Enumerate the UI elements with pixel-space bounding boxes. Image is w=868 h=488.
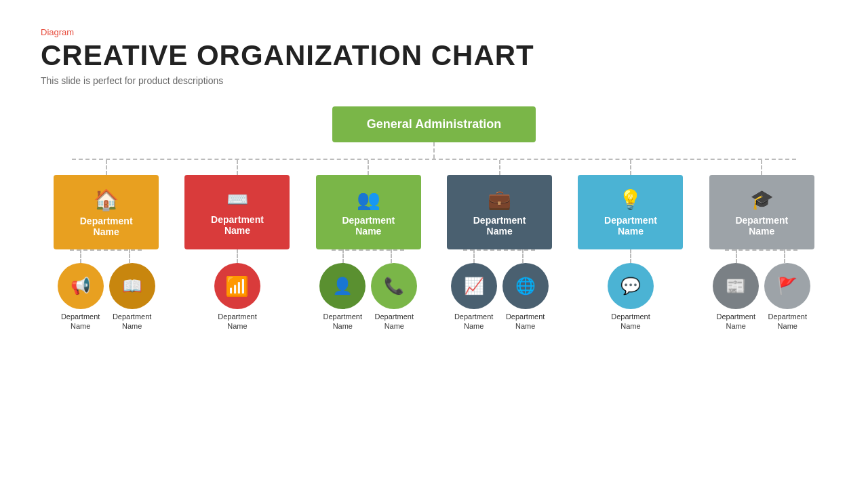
sub-item-4a: 📈 DepartmentName bbox=[451, 263, 497, 331]
sub-item-5: 💬 DepartmentName bbox=[608, 263, 654, 331]
dept-box-3: 👥 DepartmentName bbox=[316, 175, 421, 249]
sub-label-1b: DepartmentName bbox=[113, 312, 151, 331]
sub-label-2: DepartmentName bbox=[218, 312, 256, 331]
dept-box-5: 💡 DepartmentName bbox=[578, 175, 683, 249]
sub-circle-6a: 📰 bbox=[713, 263, 759, 309]
sub-item-4b: 🌐 DepartmentName bbox=[502, 263, 549, 331]
sub-circle-3b: 📞 bbox=[371, 263, 417, 309]
sub-label-4b: DepartmentName bbox=[506, 312, 545, 331]
sub-item-3a: 👤 DepartmentName bbox=[319, 263, 366, 331]
sub-pair-1: 📢 DepartmentName 📖 DepartmentName bbox=[58, 263, 155, 331]
dept-box-2: ⌨️ DepartmentName bbox=[184, 175, 290, 249]
dept-icon-5: 💡 bbox=[618, 188, 642, 211]
dept-box-6: 🎓 DepartmentName bbox=[709, 175, 814, 249]
sub-pair-3: 👤 DepartmentName 📞 DepartmentName bbox=[319, 263, 417, 331]
sub-item-1a: 📢 DepartmentName bbox=[58, 263, 104, 331]
sub-h-wrap-4 bbox=[434, 249, 565, 263]
dept-col-5: 💡 DepartmentName 💬 DepartmentName bbox=[565, 160, 696, 331]
sub-label-5: DepartmentName bbox=[611, 312, 650, 331]
dept-col-4: 💼 DepartmentName 📈 DepartmentName 🌐 D bbox=[434, 160, 565, 331]
dept-name-2: DepartmentName bbox=[211, 214, 264, 236]
v-conn-4 bbox=[499, 160, 500, 175]
sub-label-1a: DepartmentName bbox=[61, 312, 100, 331]
dept-icon-2: ⌨️ bbox=[226, 189, 248, 210]
sub-h-wrap-6 bbox=[696, 249, 827, 263]
top-node: General Administration bbox=[332, 106, 536, 142]
sub-circle-4a: 📈 bbox=[451, 263, 497, 309]
slide: Diagram CREATIVE ORGANIZATION CHART This… bbox=[0, 0, 868, 488]
top-connector bbox=[433, 142, 435, 159]
dept-col-6: 🎓 DepartmentName 📰 DepartmentName 🚩 D bbox=[696, 160, 827, 331]
sub-item-3b: 📞 DepartmentName bbox=[371, 263, 417, 331]
subtitle: This slide is perfect for product descri… bbox=[41, 75, 827, 86]
dept-box-1: 🏠 DepartmentName bbox=[54, 175, 159, 249]
sub-label-6a: DepartmentName bbox=[717, 312, 755, 331]
dept-icon-4: 💼 bbox=[488, 188, 511, 211]
v-conn-5 bbox=[630, 160, 631, 175]
sub-item-6a: 📰 DepartmentName bbox=[713, 263, 759, 331]
page-title: CREATIVE ORGANIZATION CHART bbox=[41, 40, 827, 71]
sub-v-5 bbox=[630, 249, 631, 263]
sub-h-wrap-3 bbox=[303, 249, 434, 263]
sub-circle-5: 💬 bbox=[608, 263, 654, 309]
dept-icon-6: 🎓 bbox=[750, 188, 774, 211]
v-conn-1 bbox=[106, 160, 107, 175]
sub-circle-3a: 👤 bbox=[319, 263, 366, 309]
sub-label-3b: DepartmentName bbox=[375, 312, 414, 331]
v-conn-3 bbox=[368, 160, 369, 175]
dept-col-1: 🏠 DepartmentName 📢 DepartmentName 📖 bbox=[41, 160, 172, 331]
sub-item-2: 📶 DepartmentName bbox=[214, 263, 260, 331]
dept-icon-3: 👥 bbox=[357, 188, 380, 211]
sub-item-6b: 🚩 DepartmentName bbox=[764, 263, 810, 331]
sub-label-3a: DepartmentName bbox=[323, 312, 362, 331]
dept-col-2: ⌨️ DepartmentName 📶 DepartmentName bbox=[172, 160, 302, 331]
sub-h-wrap-1 bbox=[41, 249, 172, 263]
dept-name-1: DepartmentName bbox=[80, 216, 133, 237]
horizontal-connector bbox=[72, 159, 795, 160]
dept-name-3: DepartmentName bbox=[342, 215, 395, 237]
sub-circle-1a: 📢 bbox=[58, 263, 104, 309]
sub-circle-2: 📶 bbox=[214, 263, 260, 309]
sub-circle-4b: 🌐 bbox=[502, 263, 549, 309]
dept-name-4: DepartmentName bbox=[473, 215, 526, 237]
sub-circle-1b: 📖 bbox=[109, 263, 155, 309]
org-chart: General Administration 🏠 DepartmentName bbox=[41, 106, 827, 331]
sub-pair-6: 📰 DepartmentName 🚩 DepartmentName bbox=[713, 263, 810, 331]
v-conn-6 bbox=[761, 160, 762, 175]
v-conn-2 bbox=[237, 160, 238, 175]
sub-label-6b: DepartmentName bbox=[768, 312, 807, 331]
dept-col-3: 👥 DepartmentName 👤 DepartmentName 📞 D bbox=[303, 160, 434, 331]
sub-circle-6b: 🚩 bbox=[764, 263, 810, 309]
sub-v-2 bbox=[237, 249, 238, 263]
diagram-label: Diagram bbox=[41, 27, 827, 37]
dept-name-5: DepartmentName bbox=[604, 215, 657, 237]
dept-icon-1: 🏠 bbox=[94, 188, 119, 211]
dept-name-6: DepartmentName bbox=[735, 215, 788, 237]
departments-row: 🏠 DepartmentName 📢 DepartmentName 📖 bbox=[41, 160, 827, 331]
sub-pair-4: 📈 DepartmentName 🌐 DepartmentName bbox=[451, 263, 549, 331]
sub-label-4a: DepartmentName bbox=[454, 312, 493, 331]
dept-box-4: 💼 DepartmentName bbox=[447, 175, 552, 249]
sub-item-1b: 📖 DepartmentName bbox=[109, 263, 155, 331]
